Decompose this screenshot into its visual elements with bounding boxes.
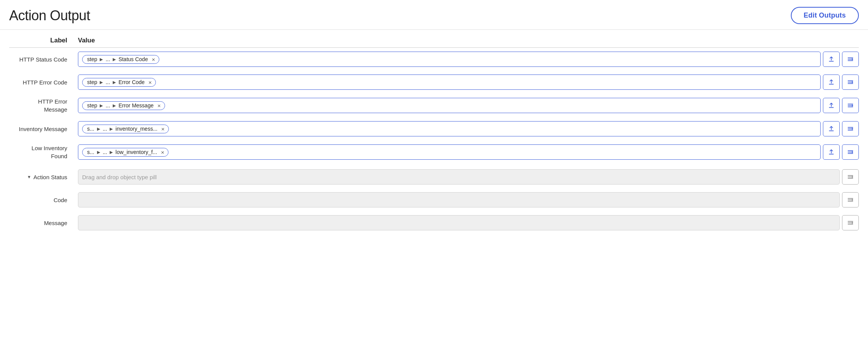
pill-close-icon[interactable]: × — [152, 56, 155, 63]
value-input-message[interactable] — [78, 215, 840, 230]
row-label-code: Code — [9, 196, 78, 204]
row-value-area-inventory-message: s... ▶ ... ▶ inventory_mess... × — [78, 121, 859, 136]
row-value-area-low-inventory-found: s... ▶ ... ▶ low_inventory_f... × — [78, 144, 859, 160]
pill-inventory-message: s... ▶ ... ▶ inventory_mess... × — [82, 125, 169, 133]
action-status-label: Action Status — [34, 174, 67, 180]
upload-icon — [828, 149, 835, 156]
row-label-message: Message — [9, 219, 78, 227]
list-button-message[interactable] — [842, 215, 859, 230]
row-value-area-code — [78, 192, 859, 207]
row-code: Code — [9, 188, 859, 211]
label-column-header: Label — [9, 37, 78, 44]
row-label-http-error-code: HTTP Error Code — [9, 78, 78, 86]
table-container: Label Value HTTP Status Code step ▶ ... … — [0, 30, 868, 234]
row-http-error-message: HTTP ErrorMessage step ▶ ... ▶ Error Mes… — [9, 94, 859, 117]
pill-prefix: s... — [87, 149, 94, 155]
list-button-action-status[interactable] — [842, 169, 859, 185]
pill-middle: ... — [103, 126, 107, 132]
upload-button-low-inventory-found[interactable] — [823, 144, 840, 160]
value-input-inventory-message[interactable]: s... ▶ ... ▶ inventory_mess... × — [78, 121, 821, 136]
upload-icon — [828, 102, 835, 109]
pill-prefix: s... — [87, 126, 94, 132]
row-label-http-error-message: HTTP ErrorMessage — [9, 97, 78, 113]
pill-middle: ... — [103, 149, 107, 155]
action-status-value-area: Drag and drop object type pill — [78, 169, 859, 185]
list-icon — [847, 125, 854, 132]
row-value-area-http-error-message: step ▶ ... ▶ Error Message × — [78, 98, 859, 113]
row-message: Message — [9, 211, 859, 234]
pill-arrow-1: ▶ — [97, 150, 100, 155]
pill-http-error-message: step ▶ ... ▶ Error Message × — [82, 101, 165, 110]
upload-button-http-error-code[interactable] — [823, 75, 840, 90]
list-icon — [847, 219, 854, 226]
list-icon — [847, 173, 854, 180]
action-status-toggle[interactable]: ▼ Action Status — [9, 174, 78, 180]
list-button-inventory-message[interactable] — [842, 121, 859, 136]
pill-prefix: step — [87, 56, 97, 62]
page-title: Action Output — [9, 8, 90, 24]
row-label-http-status-code: HTTP Status Code — [9, 55, 78, 63]
pill-arrow-1: ▶ — [100, 103, 103, 108]
pill-http-status-code: step ▶ ... ▶ Status Code × — [82, 55, 159, 64]
row-value-area-message — [78, 215, 859, 230]
column-headers: Label Value — [9, 30, 859, 48]
upload-button-http-status-code[interactable] — [823, 52, 840, 67]
list-button-http-status-code[interactable] — [842, 52, 859, 67]
upload-button-http-error-message[interactable] — [823, 98, 840, 113]
pill-arrow-2: ▶ — [113, 57, 116, 62]
pill-arrow-2: ▶ — [113, 80, 116, 85]
page: Action Output Edit Outputs Label Value H… — [0, 0, 868, 363]
list-icon — [847, 102, 854, 109]
pill-value: Error Code — [118, 79, 144, 85]
list-button-http-error-message[interactable] — [842, 98, 859, 113]
pill-middle: ... — [105, 56, 110, 62]
upload-button-inventory-message[interactable] — [823, 121, 840, 136]
value-input-low-inventory-found[interactable]: s... ▶ ... ▶ low_inventory_f... × — [78, 144, 821, 160]
list-button-code[interactable] — [842, 192, 859, 207]
pill-arrow-2: ▶ — [110, 150, 113, 155]
list-icon — [847, 56, 854, 63]
list-icon — [847, 149, 854, 156]
list-icon — [847, 79, 854, 86]
row-label-low-inventory-found: Low InventoryFound — [9, 144, 78, 160]
value-input-http-error-message[interactable]: step ▶ ... ▶ Error Message × — [78, 98, 821, 113]
action-status-section: ▼ Action Status Drag and drop object typ… — [9, 164, 859, 188]
value-column-header: Value — [78, 37, 95, 44]
pill-http-error-code: step ▶ ... ▶ Error Code × — [82, 78, 156, 87]
value-input-http-error-code[interactable]: step ▶ ... ▶ Error Code × — [78, 75, 821, 90]
pill-value: Status Code — [118, 56, 148, 62]
pill-close-icon[interactable]: × — [149, 79, 152, 86]
header: Action Output Edit Outputs — [0, 0, 868, 30]
pill-close-icon[interactable]: × — [161, 149, 164, 156]
pill-middle: ... — [105, 79, 110, 85]
list-button-http-error-code[interactable] — [842, 75, 859, 90]
row-http-error-code: HTTP Error Code step ▶ ... ▶ Error Code … — [9, 71, 859, 94]
pill-close-icon[interactable]: × — [157, 102, 161, 109]
pill-arrow-1: ▶ — [97, 126, 100, 131]
pill-value: low_inventory_f... — [115, 149, 157, 155]
row-value-area-http-error-code: step ▶ ... ▶ Error Code × — [78, 75, 859, 90]
pill-arrow-2: ▶ — [110, 126, 113, 131]
pill-prefix: step — [87, 79, 97, 85]
row-low-inventory-found: Low InventoryFound s... ▶ ... ▶ low_inve… — [9, 140, 859, 164]
upload-icon — [828, 79, 835, 86]
row-label-inventory-message: Inventory Message — [9, 125, 78, 133]
pill-value: Error Message — [118, 102, 154, 109]
pill-close-icon[interactable]: × — [161, 126, 165, 132]
pill-middle: ... — [105, 102, 110, 109]
pill-arrow-1: ▶ — [100, 80, 103, 85]
pill-prefix: step — [87, 102, 97, 109]
list-icon — [847, 196, 854, 203]
list-button-low-inventory-found[interactable] — [842, 144, 859, 160]
pill-arrow-1: ▶ — [100, 57, 103, 62]
value-input-http-status-code[interactable]: step ▶ ... ▶ Status Code × — [78, 52, 821, 67]
pill-low-inventory-found: s... ▶ ... ▶ low_inventory_f... × — [82, 148, 168, 157]
triangle-down-icon: ▼ — [27, 175, 31, 179]
upload-icon — [828, 125, 835, 132]
action-status-input[interactable]: Drag and drop object type pill — [78, 169, 840, 185]
pill-arrow-2: ▶ — [113, 103, 116, 108]
action-status-placeholder: Drag and drop object type pill — [82, 174, 157, 180]
row-http-status-code: HTTP Status Code step ▶ ... ▶ Status Cod… — [9, 48, 859, 71]
value-input-code[interactable] — [78, 192, 840, 207]
edit-outputs-button[interactable]: Edit Outputs — [791, 7, 859, 24]
